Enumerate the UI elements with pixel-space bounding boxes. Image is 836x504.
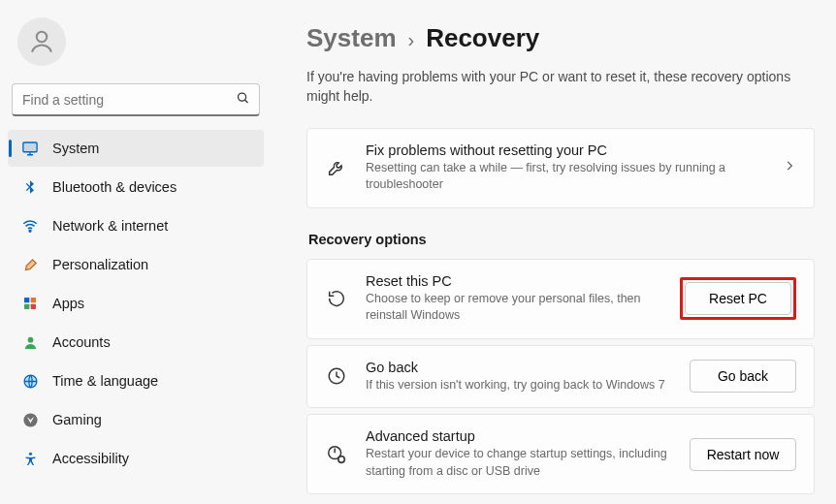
svg-rect-7: [31, 304, 36, 309]
sidebar: System Bluetooth & devices Network & int…: [0, 0, 272, 504]
recovery-options-header: Recovery options: [308, 232, 815, 247]
breadcrumb: System › Recovery: [306, 23, 815, 53]
sidebar-item-label: Network & internet: [52, 218, 168, 234]
card-title: Reset this PC: [366, 273, 662, 289]
sidebar-item-network[interactable]: Network & internet: [8, 207, 264, 244]
display-icon: [21, 140, 39, 157]
card-desc: If this version isn't working, try going…: [366, 377, 672, 394]
main-content: System › Recovery If you're having probl…: [272, 0, 836, 504]
sidebar-item-bluetooth[interactable]: Bluetooth & devices: [8, 169, 264, 205]
bluetooth-icon: [21, 178, 39, 196]
sidebar-item-label: Gaming: [52, 412, 102, 427]
go-back-button[interactable]: Go back: [690, 360, 796, 393]
card-title: Go back: [366, 360, 672, 375]
sidebar-item-label: Bluetooth & devices: [52, 179, 177, 195]
sidebar-item-label: Personalization: [52, 257, 148, 272]
card-desc: Choose to keep or remove your personal f…: [366, 291, 662, 325]
svg-point-14: [338, 456, 344, 461]
restart-now-button[interactable]: Restart now: [690, 438, 796, 471]
card-title: Advanced startup: [366, 428, 672, 444]
chevron-right-icon: ›: [408, 29, 415, 51]
wrench-icon: [325, 156, 348, 179]
reset-pc-card: Reset this PC Choose to keep or remove y…: [306, 259, 815, 339]
sidebar-item-apps[interactable]: Apps: [8, 285, 264, 322]
card-desc: Resetting can take a while — first, try …: [366, 160, 744, 194]
sidebar-item-label: Time & language: [52, 373, 158, 389]
svg-point-11: [28, 452, 31, 455]
history-icon: [325, 364, 348, 388]
sidebar-item-system[interactable]: System: [8, 130, 264, 167]
accessibility-icon: [21, 450, 39, 467]
reset-icon: [325, 287, 348, 310]
sidebar-item-gaming[interactable]: Gaming: [8, 401, 264, 438]
xbox-icon: [21, 411, 39, 428]
nav: System Bluetooth & devices Network & int…: [8, 130, 264, 477]
user-profile[interactable]: [8, 12, 264, 83]
reset-pc-button[interactable]: Reset PC: [685, 282, 791, 315]
sidebar-item-accounts[interactable]: Accounts: [8, 324, 264, 361]
sidebar-item-accessibility[interactable]: Accessibility: [8, 440, 264, 477]
breadcrumb-parent[interactable]: System: [306, 23, 397, 53]
apps-icon: [21, 295, 39, 312]
svg-point-0: [37, 32, 48, 43]
power-gear-icon: [325, 443, 348, 466]
search-input[interactable]: [12, 83, 260, 116]
chevron-right-icon: [783, 159, 796, 176]
svg-rect-5: [31, 298, 36, 302]
sidebar-item-personalization[interactable]: Personalization: [8, 246, 264, 283]
sidebar-item-time[interactable]: Time & language: [8, 362, 264, 399]
sidebar-item-label: System: [52, 141, 99, 156]
card-title: Fix problems without resetting your PC: [366, 142, 765, 158]
svg-point-8: [27, 336, 33, 342]
svg-point-3: [29, 230, 31, 232]
fix-problems-card[interactable]: Fix problems without resetting your PC R…: [306, 128, 815, 208]
sidebar-item-label: Apps: [52, 296, 84, 311]
go-back-card: Go back If this version isn't working, t…: [306, 345, 815, 409]
avatar: [17, 17, 66, 66]
globe-clock-icon: [21, 372, 39, 390]
user-icon: [27, 27, 56, 56]
advanced-startup-card: Advanced startup Restart your device to …: [306, 414, 815, 494]
person-icon: [21, 333, 39, 351]
highlight-box: Reset PC: [680, 277, 796, 320]
svg-rect-4: [24, 298, 29, 302]
paintbrush-icon: [21, 256, 39, 273]
intro-text: If you're having problems with your PC o…: [306, 67, 811, 107]
wifi-icon: [21, 217, 39, 235]
card-desc: Restart your device to change startup se…: [366, 446, 672, 480]
search-container: [12, 83, 260, 116]
sidebar-item-label: Accounts: [52, 334, 111, 350]
svg-rect-6: [24, 304, 29, 309]
sidebar-item-label: Accessibility: [52, 451, 129, 466]
page-title: Recovery: [426, 23, 539, 53]
svg-rect-2: [23, 142, 37, 152]
